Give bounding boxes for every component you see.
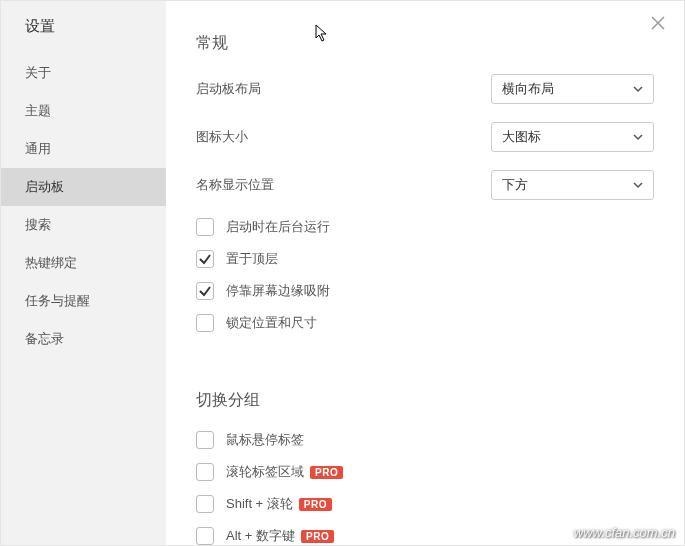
checkbox-snap[interactable] bbox=[196, 282, 214, 300]
row-label-iconsize: 图标大小 bbox=[196, 128, 491, 146]
section-switch-title: 切换分组 bbox=[196, 390, 654, 411]
select-iconsize[interactable]: 大图标 bbox=[491, 122, 654, 152]
select-layout-value: 横向布局 bbox=[502, 80, 554, 98]
row-iconsize: 图标大小 大图标 bbox=[196, 122, 654, 152]
sidebar: 设置 关于 主题 通用 启动板 搜索 热键绑定 任务与提醒 备忘录 bbox=[1, 1, 166, 545]
close-button[interactable] bbox=[648, 13, 668, 33]
main-panel: 常规 启动板布局 横向布局 图标大小 大图标 名称显示位置 下方 启动时在 bbox=[166, 1, 684, 545]
checkbox-background[interactable] bbox=[196, 218, 214, 236]
sidebar-item-about[interactable]: 关于 bbox=[1, 54, 166, 92]
row-namepos: 名称显示位置 下方 bbox=[196, 170, 654, 200]
select-namepos[interactable]: 下方 bbox=[491, 170, 654, 200]
check-label-ontop: 置于顶层 bbox=[226, 250, 278, 268]
chevron-down-icon bbox=[633, 180, 643, 190]
chevron-down-icon bbox=[633, 132, 643, 142]
check-row-snap: 停靠屏幕边缘吸附 bbox=[196, 282, 654, 300]
pro-badge: PRO bbox=[299, 498, 332, 511]
section-general-title: 常规 bbox=[196, 33, 654, 54]
sidebar-item-tasks[interactable]: 任务与提醒 bbox=[1, 282, 166, 320]
check-label-altnum: Alt + 数字键PRO bbox=[226, 527, 334, 545]
check-row-altnum: Alt + 数字键PRO bbox=[196, 527, 654, 545]
check-row-wheel: 滚轮标签区域PRO bbox=[196, 463, 654, 481]
chevron-down-icon bbox=[633, 84, 643, 94]
check-row-shiftwheel: Shift + 滚轮PRO bbox=[196, 495, 654, 513]
checkbox-lock[interactable] bbox=[196, 314, 214, 332]
check-label-background: 启动时在后台运行 bbox=[226, 218, 330, 236]
select-namepos-value: 下方 bbox=[502, 176, 528, 194]
row-label-namepos: 名称显示位置 bbox=[196, 176, 491, 194]
pro-badge: PRO bbox=[310, 466, 343, 479]
checkbox-wheel[interactable] bbox=[196, 463, 214, 481]
row-layout: 启动板布局 横向布局 bbox=[196, 74, 654, 104]
check-label-snap: 停靠屏幕边缘吸附 bbox=[226, 282, 330, 300]
check-label-lock: 锁定位置和尺寸 bbox=[226, 314, 317, 332]
check-row-lock: 锁定位置和尺寸 bbox=[196, 314, 654, 332]
row-label-layout: 启动板布局 bbox=[196, 80, 491, 98]
sidebar-item-launchpad[interactable]: 启动板 bbox=[1, 168, 166, 206]
check-label-hover: 鼠标悬停标签 bbox=[226, 431, 304, 449]
sidebar-item-search[interactable]: 搜索 bbox=[1, 206, 166, 244]
select-layout[interactable]: 横向布局 bbox=[491, 74, 654, 104]
settings-window: 设置 关于 主题 通用 启动板 搜索 热键绑定 任务与提醒 备忘录 常规 启动板… bbox=[0, 0, 685, 546]
check-row-hover: 鼠标悬停标签 bbox=[196, 431, 654, 449]
check-label-shiftwheel: Shift + 滚轮PRO bbox=[226, 495, 332, 513]
check-row-background: 启动时在后台运行 bbox=[196, 218, 654, 236]
checkbox-altnum[interactable] bbox=[196, 527, 214, 545]
checkbox-ontop[interactable] bbox=[196, 250, 214, 268]
sidebar-item-general[interactable]: 通用 bbox=[1, 130, 166, 168]
pro-badge: PRO bbox=[301, 530, 334, 543]
checkbox-shiftwheel[interactable] bbox=[196, 495, 214, 513]
checkbox-hover[interactable] bbox=[196, 431, 214, 449]
sidebar-title: 设置 bbox=[1, 1, 166, 54]
check-row-ontop: 置于顶层 bbox=[196, 250, 654, 268]
sidebar-item-hotkeys[interactable]: 热键绑定 bbox=[1, 244, 166, 282]
check-label-wheel: 滚轮标签区域PRO bbox=[226, 463, 343, 481]
sidebar-item-theme[interactable]: 主题 bbox=[1, 92, 166, 130]
sidebar-item-memo[interactable]: 备忘录 bbox=[1, 320, 166, 358]
select-iconsize-value: 大图标 bbox=[502, 128, 541, 146]
